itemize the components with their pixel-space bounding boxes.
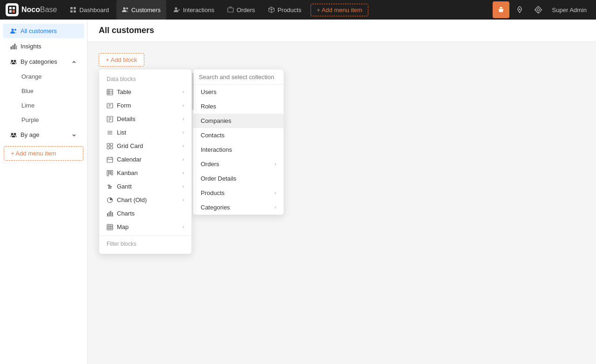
nav-customers-label: Customers	[131, 7, 161, 13]
menu-item-calendar-left: Calendar	[107, 156, 142, 163]
svg-point-20	[11, 60, 14, 62]
svg-rect-56	[112, 212, 113, 216]
menu-item-list-left: List	[107, 129, 126, 136]
nav-interactions[interactable]: Interactions	[168, 0, 220, 20]
svg-rect-19	[16, 46, 17, 49]
svg-rect-54	[109, 212, 110, 216]
menu-item-kanban[interactable]: Kanban ›	[99, 166, 191, 180]
gantt-icon	[107, 183, 113, 190]
svg-rect-41	[110, 147, 113, 149]
collection-item-contacts[interactable]: Contacts	[193, 128, 284, 142]
collection-item-orders[interactable]: Orders ›	[193, 157, 284, 171]
list-chevron: ›	[183, 130, 184, 135]
menu-item-details[interactable]: Details ›	[99, 112, 191, 126]
plugin-icon-btn[interactable]	[493, 1, 509, 18]
categories-chevron: ›	[275, 205, 276, 210]
menu-item-charts-left: Charts	[107, 210, 135, 217]
svg-point-21	[14, 60, 16, 62]
add-menu-item-button[interactable]: + Add menu item	[311, 4, 368, 16]
menu-item-chart-old[interactable]: Chart (Old) ›	[99, 193, 191, 207]
menu-item-gantt-label: Gantt	[117, 183, 132, 190]
menu-item-gantt[interactable]: Gantt ›	[99, 180, 191, 193]
collection-products-label: Products	[201, 189, 224, 196]
add-block-button[interactable]: + Add block	[99, 53, 144, 67]
menu-item-charts[interactable]: Charts	[99, 207, 191, 220]
sidebar-item-lime[interactable]: Lime	[3, 99, 84, 112]
menu-item-map[interactable]: Map ›	[99, 220, 191, 234]
nav-orders-label: Orders	[237, 7, 255, 13]
svg-rect-3	[9, 10, 12, 13]
collection-interactions-label: Interactions	[201, 146, 232, 153]
svg-rect-24	[107, 89, 113, 95]
sidebar-item-insights[interactable]: Insights	[3, 39, 84, 54]
collection-order-details-label: Order Details	[201, 175, 237, 182]
collection-item-order-details[interactable]: Order Details	[193, 171, 284, 186]
collection-item-products[interactable]: Products ›	[193, 186, 284, 200]
sidebar-item-blue[interactable]: Blue	[3, 84, 84, 98]
collection-item-interactions[interactable]: Interactions	[193, 142, 284, 157]
grid-card-chevron: ›	[183, 143, 184, 148]
by-categories-left: By categories	[10, 58, 57, 65]
sidebar-add-menu-item-button[interactable]: + Add menu item	[4, 146, 83, 161]
sidebar-section-by-age[interactable]: By age	[3, 128, 84, 142]
user-label: Super Admin	[549, 7, 590, 13]
sidebar-item-all-customers[interactable]: All customers	[3, 24, 84, 38]
by-age-chevron	[71, 132, 77, 138]
svg-rect-53	[107, 213, 108, 216]
scrollbar-track[interactable]	[192, 69, 194, 254]
orders-chevron: ›	[275, 162, 276, 167]
menu-item-calendar[interactable]: Calendar ›	[99, 153, 191, 166]
list-icon	[107, 129, 113, 136]
filter-blocks-section-label: Filter blocks	[99, 238, 191, 250]
collection-categories-label: Categories	[201, 204, 230, 211]
nav-dashboard[interactable]: Dashboard	[64, 0, 115, 20]
collection-orders-label: Orders	[201, 161, 219, 168]
form-icon	[107, 102, 113, 109]
details-icon	[107, 116, 113, 122]
menu-item-details-left: Details	[107, 115, 135, 122]
sidebar-item-purple[interactable]: Purple	[3, 113, 84, 127]
svg-point-22	[11, 133, 14, 135]
menu-item-grid-card-label: Grid Card	[117, 142, 143, 149]
menu-item-form[interactable]: Form ›	[99, 99, 191, 112]
svg-rect-39	[110, 143, 113, 146]
svg-rect-12	[228, 8, 233, 12]
nav-customers[interactable]: Customers	[116, 0, 166, 20]
logo[interactable]: NocoBase	[6, 3, 57, 16]
svg-rect-48	[111, 170, 113, 175]
nav-products[interactable]: Products	[263, 0, 307, 20]
rocket-icon-btn[interactable]	[511, 1, 528, 18]
sidebar-item-orange[interactable]: Orange	[3, 70, 84, 83]
logo-noco: Noco	[21, 6, 40, 13]
collection-menu: Users Roles Companies Contacts Interacti…	[193, 69, 284, 215]
menu-item-list[interactable]: List ›	[99, 126, 191, 139]
svg-rect-38	[107, 143, 109, 146]
data-blocks-menu: Data blocks Table › Form ›	[99, 69, 192, 254]
svg-rect-28	[107, 103, 113, 108]
menu-item-chart-old-left: Chart (Old)	[107, 196, 147, 203]
menu-item-kanban-left: Kanban	[107, 169, 138, 176]
collection-item-roles[interactable]: Roles	[193, 99, 284, 114]
menu-item-charts-label: Charts	[117, 210, 135, 217]
collection-item-companies[interactable]: Companies	[193, 114, 284, 128]
menu-item-grid-card[interactable]: Grid Card ›	[99, 139, 191, 153]
collection-item-users[interactable]: Users	[193, 85, 284, 99]
kanban-icon	[107, 170, 113, 176]
nav-orders[interactable]: Orders	[222, 0, 261, 20]
map-icon	[107, 224, 113, 230]
svg-rect-57	[107, 224, 113, 230]
settings-icon-btn[interactable]	[530, 1, 547, 18]
nav-right: Super Admin	[493, 1, 590, 18]
sidebar-section-by-categories[interactable]: By categories	[3, 54, 84, 69]
collection-search-input[interactable]	[199, 74, 278, 81]
table-chevron: ›	[183, 89, 184, 94]
svg-rect-2	[13, 7, 15, 9]
collection-item-categories[interactable]: Categories ›	[193, 200, 284, 215]
collection-roles-label: Roles	[201, 103, 216, 110]
dropdown-container: Data blocks Table › Form ›	[99, 69, 284, 254]
nav-dashboard-label: Dashboard	[79, 7, 109, 13]
menu-item-calendar-label: Calendar	[117, 156, 142, 163]
menu-item-table[interactable]: Table ›	[99, 85, 191, 99]
svg-point-15	[14, 29, 16, 31]
by-age-label: By age	[20, 131, 39, 138]
